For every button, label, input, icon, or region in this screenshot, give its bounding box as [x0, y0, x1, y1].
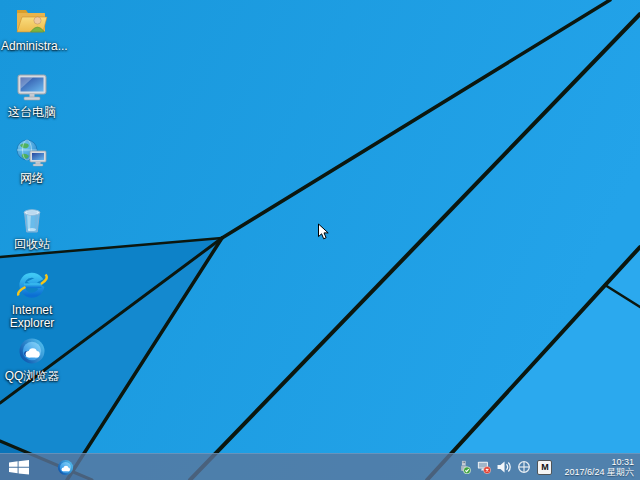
desktop-icon-label: 回收站 [14, 238, 50, 251]
desktop-icon-recycle-bin[interactable]: 回收站 [0, 201, 64, 267]
taskbar-qq-browser-button[interactable] [48, 454, 82, 480]
taskbar: M 10:31 2017/6/24 星期六 [0, 453, 640, 480]
windows-desktop: Administra... 这台电脑 [0, 0, 640, 480]
mouse-cursor [317, 223, 330, 242]
desktop-icon-list: Administra... 这台电脑 [0, 3, 64, 399]
language-indicator-icon[interactable] [517, 460, 531, 474]
qq-browser-icon [13, 333, 51, 369]
desktop-icon-this-pc[interactable]: 这台电脑 [0, 69, 64, 135]
clock-date: 2017/6/24 星期六 [564, 467, 634, 478]
desktop-icon-label: Internet Explorer [1, 304, 63, 330]
folder-user-icon [13, 3, 51, 39]
computer-icon [13, 69, 51, 105]
desktop-icon-label: Administra... [1, 40, 63, 53]
recycle-bin-icon [13, 201, 51, 237]
windows-logo-icon [9, 460, 29, 475]
desktop-icon-administrator[interactable]: Administra... [0, 3, 64, 69]
desktop-icon-label: 这台电脑 [8, 106, 56, 119]
desktop-icon-qq-browser[interactable]: QQ浏览器 [0, 333, 64, 399]
network-globe-icon [13, 135, 51, 171]
taskbar-clock[interactable]: 10:31 2017/6/24 星期六 [564, 457, 634, 478]
ime-mode-indicator[interactable]: M [537, 460, 552, 475]
qq-browser-icon [55, 457, 76, 478]
desktop-icon-network[interactable]: 网络 [0, 135, 64, 201]
desktop-icon-label: QQ浏览器 [5, 370, 60, 383]
start-button[interactable] [0, 454, 38, 480]
clock-time: 10:31 [564, 457, 634, 468]
system-tray: M 10:31 2017/6/24 星期六 [457, 457, 640, 478]
desktop-icon-label: 网络 [20, 172, 44, 185]
internet-explorer-icon [13, 267, 51, 303]
network-disconnected-icon[interactable] [477, 460, 491, 474]
safely-remove-hardware-icon[interactable] [457, 460, 471, 474]
volume-icon[interactable] [497, 460, 511, 474]
desktop-icon-internet-explorer[interactable]: Internet Explorer [0, 267, 64, 333]
